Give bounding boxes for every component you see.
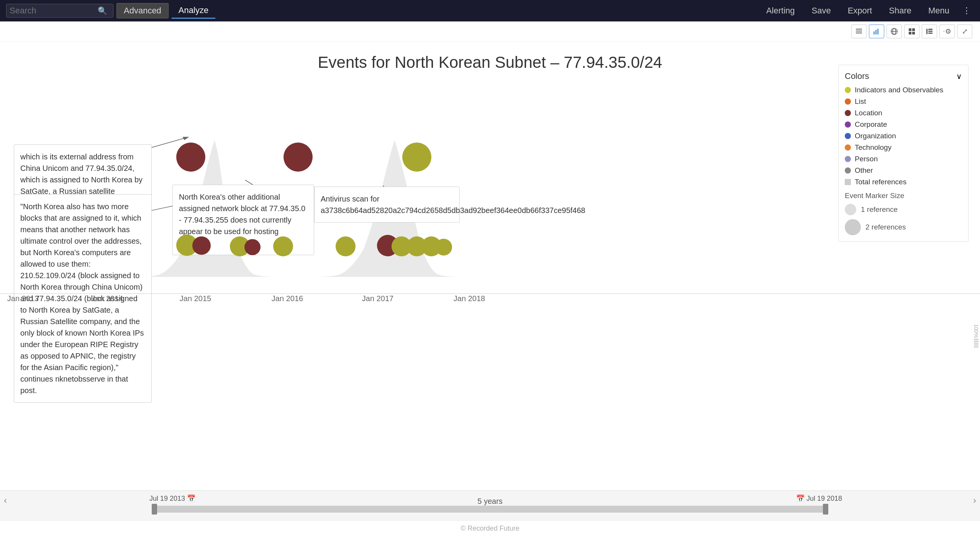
legend-other: Other [845,166,962,175]
axis-jan2013: Jan 2013 [7,294,39,303]
legend-dot-corporate [845,121,851,128]
main-content: Events for North Korean Subnet – 77.94.3… [0,42,980,536]
svg-rect-10 [912,28,915,31]
legend-technology: Technology [845,143,962,152]
event-bubble-olive-4[interactable] [273,236,293,256]
axis-jan2015: Jan 2015 [180,294,211,303]
svg-rect-1 [856,31,862,31]
scroll-indicator: 100% [972,83,980,351]
legend-indicators: Indicators and Observables [845,86,962,94]
share-nav[interactable]: Share [882,6,918,16]
legend-dot-other [845,167,851,174]
legend-dot-list [845,98,851,105]
legend-dot-person [845,156,851,162]
svg-rect-16 [928,33,932,34]
svg-rect-2 [856,33,862,33]
legend-dot-technology [845,144,851,151]
event-bubble-olive-5[interactable] [336,236,356,256]
event-bubble-darkred-2[interactable] [284,143,313,172]
date-range-container: ‹ › Jul 19 2013 📅 5 years 📅 Jul 19 2018 [0,490,980,521]
svg-rect-4 [875,30,877,34]
axis-jan2018: Jan 2018 [454,294,485,303]
colors-panel: Colors ∨ Indicators and Observables List… [838,65,969,242]
legend-dot-indicators [845,87,851,93]
legend-label-person: Person [855,155,878,163]
svg-rect-11 [909,32,911,34]
export-nav[interactable]: Export [841,6,879,16]
menu-dots[interactable]: ⋮ [959,6,974,16]
event-bubble-darkred-4[interactable] [244,239,261,255]
chart-view-button[interactable] [869,25,884,38]
save-nav[interactable]: Save [805,6,837,16]
legend-list: List [845,97,962,106]
menu-nav[interactable]: Menu [921,6,956,16]
legend-label-total-refs: Total references [855,178,906,186]
legend-organization: Organization [845,132,962,140]
axis-jan2016: Jan 2016 [272,294,303,303]
marker-2-ref: 2 references [845,219,962,235]
alerting-nav[interactable]: Alerting [759,6,802,16]
page-title: Events for North Korean Subnet – 77.94.3… [0,42,980,79]
detail-view-button[interactable] [922,25,937,38]
axis-jan2017: Jan 2017 [362,294,393,303]
date-duration-label: 5 years [477,497,503,506]
timeline-area: which is its external address from China… [0,83,980,305]
callout-box-4: Antivirus scan for a3738c6b64ad52820a2c7… [314,187,460,223]
event-bubble-darkred-1[interactable] [176,143,205,172]
svg-rect-5 [877,29,878,34]
event-bubble-olive-9[interactable] [435,239,452,256]
legend-label-other: Other [855,166,873,175]
event-bubble-olive-1[interactable] [402,143,431,172]
list-view-button[interactable] [851,25,867,38]
svg-rect-9 [909,28,911,31]
event-bubble-darkred-3[interactable] [192,236,211,255]
axis-jan2014: Jan 2014 [92,294,123,303]
date-range-bar [153,506,827,513]
svg-rect-3 [873,31,875,34]
legend-label-location: Location [855,109,882,117]
analyze-tab[interactable]: Analyze [172,3,215,19]
expand-button[interactable]: ⤢ [957,25,972,38]
svg-rect-14 [928,29,932,30]
legend-dot-organization [845,133,851,139]
search-button[interactable]: 🔍 [98,6,107,15]
grid-view-button[interactable] [904,25,919,38]
advanced-button[interactable]: Advanced [116,3,169,18]
date-range-right-handle[interactable] [823,504,828,515]
marker-1-label: 1 reference [861,205,898,214]
header: 🔍 Advanced Analyze Alerting Save Export … [0,0,980,21]
legend-person: Person [845,155,962,163]
svg-rect-12 [912,32,915,34]
legend-square-total [845,179,851,185]
svg-rect-0 [856,29,862,30]
legend-corporate: Corporate [845,120,962,129]
colors-panel-chevron[interactable]: ∨ [956,72,962,81]
legend-label-list: List [855,97,866,106]
settings-button[interactable]: ⚙ [939,25,955,38]
legend-label-technology: Technology [855,143,892,152]
colors-panel-title: Colors [845,71,869,81]
timeline-right-arrow[interactable]: › [973,495,976,506]
date-range-left-handle[interactable] [152,504,157,515]
globe-view-button[interactable] [887,25,902,38]
legend-label-organization: Organization [855,132,896,140]
search-input[interactable] [10,6,98,16]
toolbar: ⚙ ⤢ [0,21,980,42]
date-end-label: 📅 Jul 19 2018 [796,494,842,503]
timeline-left-arrow[interactable]: ‹ [4,495,7,506]
svg-rect-13 [926,29,928,34]
marker-2-label: 2 references [865,223,906,231]
colors-panel-header: Colors ∨ [845,71,962,81]
copyright: © Recorded Future [461,525,519,533]
legend-label-indicators: Indicators and Observables [855,86,943,94]
event-marker-size-section: Event Marker Size 1 reference 2 referenc… [845,192,962,235]
marker-circle-large [845,219,861,235]
legend-location: Location [845,109,962,117]
scroll-percent: 100% [973,324,979,338]
marker-circle-small [845,204,856,215]
event-marker-size-label: Event Marker Size [845,192,962,200]
marker-1-ref: 1 reference [845,204,962,215]
svg-rect-15 [928,31,932,32]
search-container: 🔍 [6,4,113,18]
date-start-label: Jul 19 2013 📅 [149,494,195,503]
